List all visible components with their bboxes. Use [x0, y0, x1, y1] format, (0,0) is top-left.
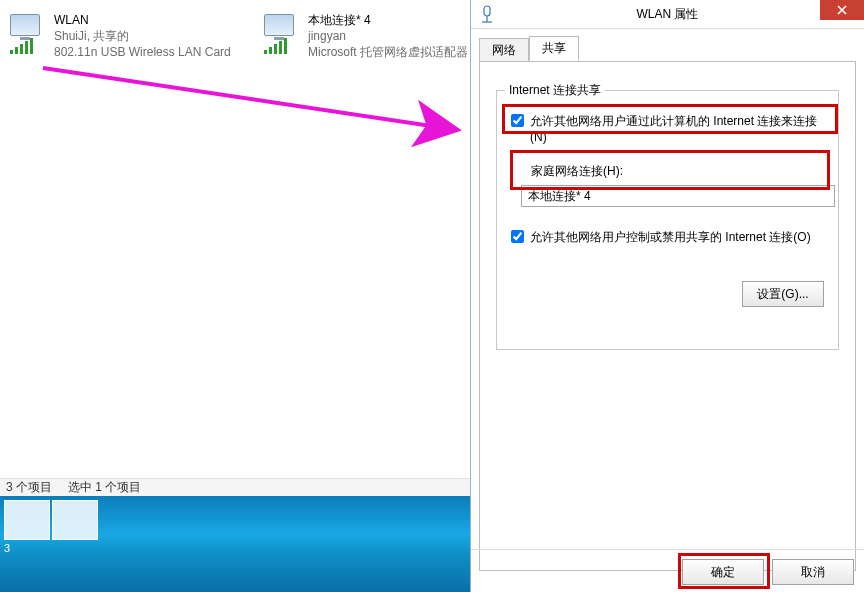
taskbar-tile[interactable] — [4, 500, 50, 540]
connection-name: WLAN — [54, 12, 231, 28]
sharing-tab-pane: Internet 连接共享 允许其他网络用户通过此计算机的 Internet 连… — [479, 61, 856, 571]
home-network-select[interactable]: 本地连接* 4 — [521, 185, 835, 207]
groupbox-legend: Internet 连接共享 — [505, 82, 605, 99]
dialog-button-bar: 确定 取消 — [471, 549, 864, 592]
connection-device: Microsoft 托管网络虚拟适配器 — [308, 44, 468, 60]
ok-button[interactable]: 确定 — [682, 559, 764, 585]
allow-share-label: 允许其他网络用户通过此计算机的 Internet 连接来连接(N) — [530, 113, 824, 144]
network-connections-pane: WLAN ShuiJi, 共享的 802.11n USB Wireless LA… — [0, 0, 470, 592]
cancel-button-label: 取消 — [801, 564, 825, 581]
close-icon — [837, 5, 847, 15]
connection-item-local4[interactable]: 本地连接* 4 jingyan Microsoft 托管网络虚拟适配器 — [262, 12, 472, 60]
connection-name: 本地连接* 4 — [308, 12, 468, 28]
wifi-adapter-icon — [8, 12, 48, 52]
taskbar-tile[interactable] — [52, 500, 98, 540]
connection-item-wlan[interactable]: WLAN ShuiJi, 共享的 802.11n USB Wireless LA… — [8, 12, 258, 60]
allow-control-checkbox[interactable] — [511, 230, 524, 243]
taskbar: 3 — [0, 496, 470, 592]
allow-share-row: 允许其他网络用户通过此计算机的 Internet 连接来连接(N) — [511, 113, 824, 144]
dialog-title-bar[interactable]: WLAN 属性 — [471, 0, 864, 29]
ics-groupbox: Internet 连接共享 允许其他网络用户通过此计算机的 Internet 连… — [496, 90, 839, 350]
tab-sharing[interactable]: 共享 — [529, 36, 579, 61]
dialog-title: WLAN 属性 — [471, 6, 864, 23]
explorer-status-bar: 3 个项目 选中 1 个项目 — [0, 478, 470, 496]
close-button[interactable] — [820, 0, 864, 20]
connection-status: ShuiJi, 共享的 — [54, 28, 231, 44]
tab-network[interactable]: 网络 — [479, 38, 529, 62]
ok-button-label: 确定 — [711, 564, 735, 581]
allow-control-label: 允许其他网络用户控制或禁用共享的 Internet 连接(O) — [530, 229, 811, 246]
item-count: 3 个项目 — [6, 479, 52, 496]
home-network-value: 本地连接* 4 — [528, 188, 591, 205]
settings-button-label: 设置(G)... — [757, 286, 808, 303]
home-network-label: 家庭网络连接(H): — [531, 163, 623, 180]
cancel-button[interactable]: 取消 — [772, 559, 854, 585]
connection-device: 802.11n USB Wireless LAN Card — [54, 44, 231, 60]
selected-count: 选中 1 个项目 — [68, 479, 141, 496]
connection-status: jingyan — [308, 28, 468, 44]
allow-share-checkbox[interactable] — [511, 114, 524, 127]
wlan-properties-dialog: WLAN 属性 网络 共享 Internet 连接共享 允许其他网络用户通过此计… — [470, 0, 864, 592]
wifi-adapter-icon — [262, 12, 302, 52]
taskbar-badge: 3 — [4, 542, 10, 554]
allow-control-row: 允许其他网络用户控制或禁用共享的 Internet 连接(O) — [511, 229, 824, 246]
tab-strip: 网络 共享 — [471, 29, 864, 61]
settings-button[interactable]: 设置(G)... — [742, 281, 824, 307]
